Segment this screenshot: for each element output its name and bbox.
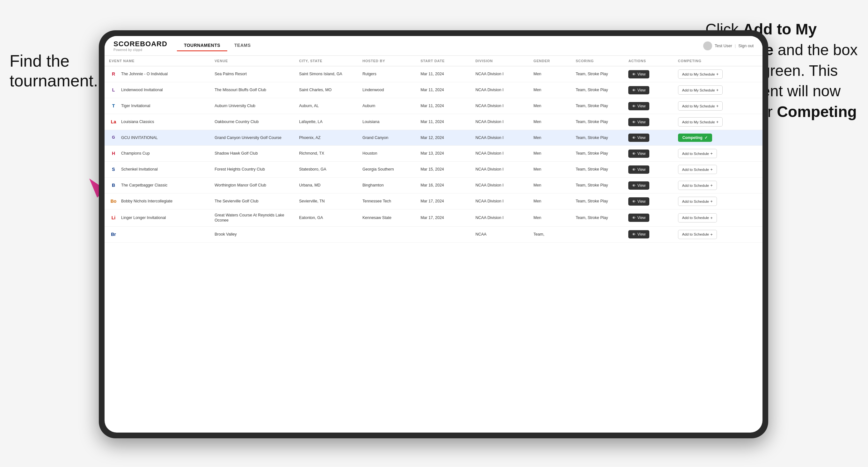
view-button[interactable]: View xyxy=(628,181,649,190)
plus-icon: + xyxy=(710,151,713,156)
plus-icon: + xyxy=(716,88,719,92)
nav-tabs: TOURNAMENTS TEAMS xyxy=(177,40,258,51)
add-to-schedule-button[interactable]: Add to Schedule + xyxy=(678,181,717,190)
col-header-scoring: SCORING xyxy=(571,56,624,66)
competing-label: Competing xyxy=(682,135,703,140)
view-button[interactable]: View xyxy=(628,230,649,239)
team-logo: B xyxy=(109,181,118,190)
table-row: H Champions Cup Shadow Hawk Golf ClubRic… xyxy=(104,146,763,162)
gender-cell: Men xyxy=(529,114,571,130)
venue-cell: Shadow Hawk Golf Club xyxy=(210,146,294,162)
start-date-cell xyxy=(416,226,471,242)
gender-value: Men xyxy=(534,183,541,187)
col-header-actions: ACTIONS xyxy=(624,56,673,66)
nav-tab-teams[interactable]: TEAMS xyxy=(227,40,258,51)
view-button[interactable]: View xyxy=(628,70,649,79)
logo-subtitle: Powered by clippd xyxy=(114,48,167,52)
hosted-by-cell: Grand Canyon xyxy=(358,130,416,146)
venue-cell: Auburn University Club xyxy=(210,98,294,114)
city-name: Richmond, TX xyxy=(299,151,324,156)
scoring-value: Team, Stroke Play xyxy=(576,199,608,204)
add-to-schedule-button[interactable]: Add to My Schedule + xyxy=(678,101,723,111)
plus-icon: + xyxy=(716,103,719,108)
hosted-by-cell: Lindenwood xyxy=(358,82,416,98)
event-name-cell: S Schenkel Invitational xyxy=(104,162,210,178)
start-date-cell: Mar 17, 2024 xyxy=(416,210,471,227)
venue-cell: Forest Heights Country Club xyxy=(210,162,294,178)
scoring-cell: Team, Stroke Play xyxy=(571,66,624,82)
view-button[interactable]: View xyxy=(628,214,649,222)
city-cell: Eatonton, GA xyxy=(294,210,358,227)
actions-cell: View xyxy=(624,193,673,210)
hosted-by-cell xyxy=(358,226,416,242)
event-name-cell: Li Linger Longer Invitational xyxy=(104,210,210,227)
host-name: Louisiana xyxy=(363,120,380,124)
add-schedule-label: Add to My Schedule xyxy=(682,72,715,76)
event-name-cell: Bo Bobby Nichols Intercollegiate xyxy=(104,193,210,210)
table-container: EVENT NAME VENUE CITY, STATE HOSTED BY S… xyxy=(104,56,763,433)
view-button[interactable]: View xyxy=(628,133,649,142)
eye-icon xyxy=(632,216,636,220)
scoring-value: Team, Stroke Play xyxy=(576,151,608,156)
event-name: The Johnnie - O Individual xyxy=(121,71,168,76)
start-date-cell: Mar 15, 2024 xyxy=(416,162,471,178)
venue-cell: Brook Valley xyxy=(210,226,294,242)
view-button[interactable]: View xyxy=(628,102,649,110)
add-schedule-label: Add to Schedule xyxy=(682,199,709,204)
team-logo: Bo xyxy=(109,197,118,206)
start-date-cell: Mar 11, 2024 xyxy=(416,114,471,130)
add-to-schedule-button[interactable]: Add to Schedule + xyxy=(678,230,717,239)
competing-cell: Add to Schedule + xyxy=(674,178,763,193)
event-name-cell: H Champions Cup xyxy=(104,146,210,162)
gender-cell: Men xyxy=(529,82,571,98)
scoring-cell: Team, Stroke Play xyxy=(571,114,624,130)
sign-out-link[interactable]: Sign out xyxy=(738,43,753,48)
scoring-value: Team, Stroke Play xyxy=(576,183,608,187)
actions-cell: View xyxy=(624,226,673,242)
add-to-schedule-button[interactable]: Add to My Schedule + xyxy=(678,69,723,79)
hosted-by-cell: Louisiana xyxy=(358,114,416,130)
scoring-cell: Team, Stroke Play xyxy=(571,130,624,146)
add-to-schedule-button[interactable]: Add to Schedule + xyxy=(678,165,717,174)
start-date: Mar 17, 2024 xyxy=(421,199,444,204)
city-name: Auburn, AL xyxy=(299,103,319,108)
gender-value: Men xyxy=(534,88,541,92)
scoring-value: Team, Stroke Play xyxy=(576,135,608,140)
view-button[interactable]: View xyxy=(628,150,649,158)
venue-name: Great Waters Course At Reynolds Lake Oco… xyxy=(215,213,284,222)
gender-value: Men xyxy=(534,135,541,140)
host-name: Binghamton xyxy=(363,183,384,187)
eye-icon xyxy=(632,72,636,76)
add-to-schedule-button[interactable]: Add to My Schedule + xyxy=(678,117,723,127)
start-date-cell: Mar 16, 2024 xyxy=(416,178,471,193)
view-button[interactable]: View xyxy=(628,86,649,94)
event-name-cell: B The Carpetbagger Classic xyxy=(104,178,210,193)
add-to-schedule-button[interactable]: Add to Schedule + xyxy=(678,149,717,158)
competing-button[interactable]: Competing xyxy=(678,133,712,142)
add-to-schedule-button[interactable]: Add to Schedule + xyxy=(678,197,717,206)
actions-cell: View xyxy=(624,210,673,227)
venue-cell: Great Waters Course At Reynolds Lake Oco… xyxy=(210,210,294,227)
add-to-schedule-button[interactable]: Add to My Schedule + xyxy=(678,86,723,95)
venue-cell: The Missouri Bluffs Golf Club xyxy=(210,82,294,98)
city-cell: Lafayette, LA xyxy=(294,114,358,130)
division-cell: NCAA xyxy=(471,226,529,242)
team-logo: H xyxy=(109,149,118,158)
table-row: G GCU INVITATIONAL Grand Canyon Universi… xyxy=(104,130,763,146)
col-header-event: EVENT NAME xyxy=(104,56,210,66)
tournaments-table: EVENT NAME VENUE CITY, STATE HOSTED BY S… xyxy=(104,56,763,243)
view-button[interactable]: View xyxy=(628,197,649,206)
start-date: Mar 11, 2024 xyxy=(421,120,444,124)
city-cell: Sevierville, TN xyxy=(294,193,358,210)
add-to-schedule-button[interactable]: Add to Schedule + xyxy=(678,213,717,222)
gender-value: Men xyxy=(534,167,541,172)
col-header-start: START DATE xyxy=(416,56,471,66)
plus-icon: + xyxy=(710,183,713,188)
view-button[interactable]: View xyxy=(628,165,649,174)
view-button[interactable]: View xyxy=(628,118,649,126)
plus-icon: + xyxy=(710,199,713,204)
scoring-value: Team, Stroke Play xyxy=(576,167,608,172)
nav-tab-tournaments[interactable]: TOURNAMENTS xyxy=(177,40,227,51)
actions-cell: View xyxy=(624,130,673,146)
team-logo: G xyxy=(109,133,118,142)
